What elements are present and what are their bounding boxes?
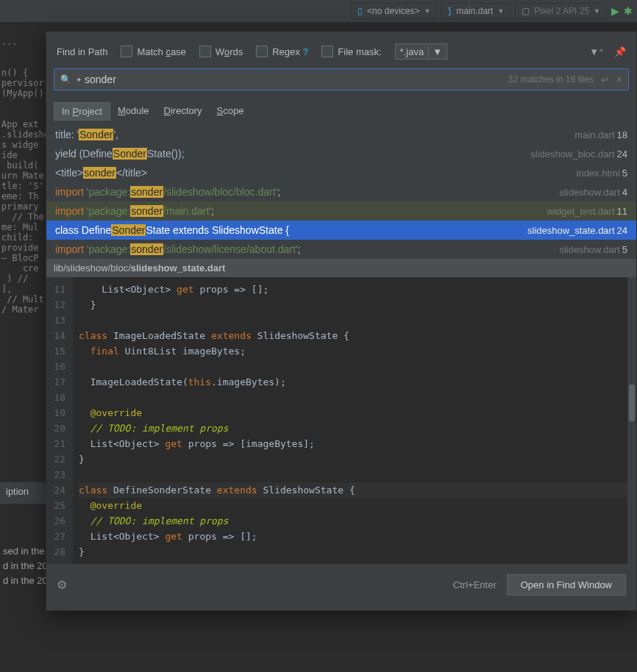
checkbox-icon: [121, 46, 132, 57]
checkbox-icon: [199, 46, 211, 57]
chevron-down-icon: ▼: [497, 7, 504, 15]
emulator-label: Pixel 2 API 25: [534, 6, 589, 16]
phone-icon: ▯: [357, 6, 363, 16]
device-icon: ▢: [522, 6, 530, 16]
dialog-footer: ⚙ Ctrl+Enter Open in Find Window: [46, 564, 636, 610]
run-button[interactable]: ▶: [611, 5, 619, 17]
results-list: title: 'Sonder',main.dart18yield (Define…: [46, 125, 636, 259]
main-toolbar: ▯ <no devices> ▼ ⟆ main.dart ▼ ▢ Pixel 2…: [0, 0, 637, 22]
tab-module[interactable]: Module: [110, 102, 157, 121]
run-config-label: main.dart: [456, 6, 493, 16]
preview-path: lib/slideshow/bloc/slideshow_state.dart: [46, 259, 636, 277]
result-row[interactable]: import 'package:sonder/slideshow/bloc/bl…: [46, 182, 636, 201]
preview-path-dir: lib/slideshow/bloc/: [54, 262, 131, 274]
kbd-hint: Ctrl+Enter: [453, 579, 497, 590]
match-case-checkbox[interactable]: Match case: [121, 46, 185, 57]
clear-icon[interactable]: ×: [616, 74, 622, 85]
file-mask-checkbox[interactable]: File mask:: [321, 46, 381, 57]
scope-tabs: In Project Module Directory Scope: [46, 96, 636, 125]
match-count: 32 matches in 19 files: [508, 74, 594, 85]
gutter: 11121314151617181920212223242526272829: [46, 277, 73, 564]
help-icon[interactable]: ?: [302, 46, 308, 57]
code-preview: 11121314151617181920212223242526272829 L…: [46, 277, 636, 564]
words-checkbox[interactable]: Words: [199, 46, 243, 57]
device-label: <no devices>: [367, 6, 419, 16]
search-input[interactable]: [85, 74, 508, 85]
chevron-down-icon: ▼: [428, 46, 442, 57]
result-row[interactable]: import 'package:sonder/slideshow/license…: [46, 240, 636, 259]
code-area[interactable]: List<Object> get props => []; }class Ima…: [73, 277, 636, 564]
search-icon: 🔍: [60, 74, 71, 85]
find-in-path-dialog: Find in Path Match case Words Regex ? Fi…: [46, 31, 637, 611]
scrollbar[interactable]: [627, 277, 636, 564]
regex-checkbox[interactable]: Regex ?: [256, 46, 308, 57]
chevron-down-icon: ▼: [594, 7, 600, 15]
tab-scope[interactable]: Scope: [210, 102, 252, 121]
open-in-find-window-button[interactable]: Open in Find Window: [507, 574, 626, 596]
file-mask-label: File mask:: [338, 46, 381, 57]
file-mask-combo[interactable]: *.java ▼: [395, 43, 447, 60]
checkbox-icon: [321, 46, 333, 57]
emulator-selector[interactable]: ▢ Pixel 2 API 25 ▼: [515, 3, 607, 19]
dialog-title: Find in Path: [57, 46, 107, 57]
result-row[interactable]: title: 'Sonder',main.dart18: [46, 125, 636, 144]
debug-button[interactable]: ✱: [624, 5, 633, 17]
flutter-icon: ⟆: [448, 6, 452, 16]
checkbox-icon: [256, 46, 268, 57]
filter-icon[interactable]: ▼⁺: [589, 46, 604, 57]
result-row[interactable]: <title>sonder</title>index.html5: [46, 163, 636, 182]
gear-icon[interactable]: ⚙: [57, 578, 67, 592]
device-selector[interactable]: ▯ <no devices> ▼: [351, 3, 437, 19]
preview-path-file: slideshow_state.dart: [131, 262, 226, 274]
search-field[interactable]: 🔍 ✦ 32 matches in 19 files ↵ ×: [54, 68, 629, 90]
tab-directory[interactable]: Directory: [157, 102, 210, 121]
scrollbar-thumb[interactable]: [629, 385, 635, 421]
pin-icon[interactable]: 📌: [614, 46, 626, 57]
search-options-icon[interactable]: ✦: [76, 76, 82, 84]
dialog-header: Find in Path Match case Words Regex ? Fi…: [46, 32, 636, 68]
result-row[interactable]: class DefineSonderState extends Slidesho…: [46, 221, 636, 240]
run-config-selector[interactable]: ⟆ main.dart ▼: [441, 3, 510, 19]
chevron-down-icon: ▼: [424, 7, 430, 15]
result-row[interactable]: import 'package:sonder/main.dart';widget…: [46, 201, 636, 221]
file-mask-value: *.java: [400, 46, 424, 57]
enter-icon: ↵: [601, 74, 609, 85]
tab-in-project[interactable]: In Project: [54, 102, 110, 121]
result-row[interactable]: yield (DefineSonderState());slideshow_bl…: [46, 144, 636, 163]
